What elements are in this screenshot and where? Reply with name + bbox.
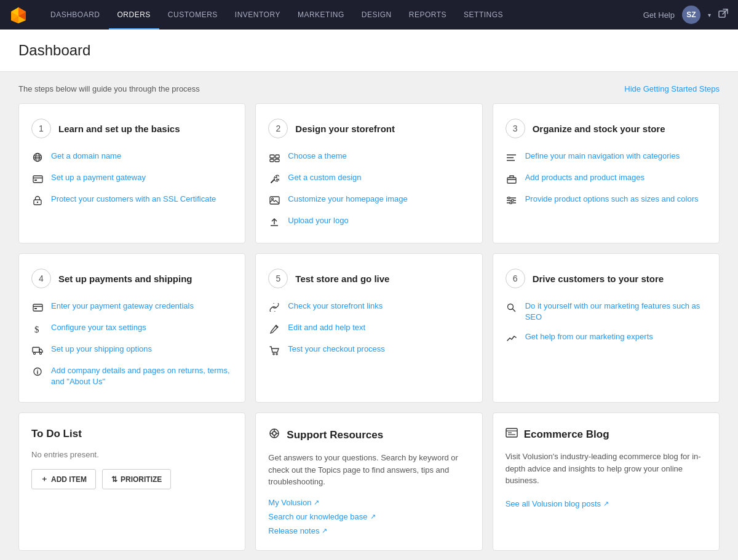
support-card: Support Resources Get answers to your qu… [255, 412, 482, 551]
prioritize-button[interactable]: ⇅ PRIORITIZE [102, 469, 171, 489]
nav-orders[interactable]: ORDERS [109, 0, 159, 30]
step-number-6: 6 [506, 269, 525, 288]
blog-link-text: See all Volusion blog posts [506, 499, 601, 508]
blog-description: Visit Volusion's industry-leading ecomme… [506, 451, 707, 487]
link-upload-logo[interactable]: Upload your logo [288, 215, 348, 226]
link-storefront-links[interactable]: Check your storefront links [288, 301, 383, 312]
list-item: Set up a payment gateway [31, 172, 232, 185]
list-item: Add company details and pages on returns… [31, 365, 232, 387]
link-company-details[interactable]: Add company details and pages on returns… [51, 365, 232, 387]
card-2-title: Design your storefront [295, 124, 395, 134]
steps-description: The steps below will guide you through t… [18, 84, 200, 93]
nav-inventory[interactable]: INVENTORY [226, 0, 289, 30]
card-3-links: Define your main navigation with categor… [506, 151, 707, 207]
get-help-link[interactable]: Get Help [643, 10, 675, 20]
truck-icon [31, 344, 44, 357]
card-4-links: Enter your payment gateway credentials $… [31, 301, 232, 387]
link-checkout-process[interactable]: Test your checkout process [288, 344, 385, 355]
step-number-3: 3 [506, 119, 525, 138]
step-number-2: 2 [268, 119, 288, 138]
list-item: Do it yourself with our marketing featur… [506, 301, 707, 323]
step-number-4: 4 [31, 269, 51, 288]
link-ssl[interactable]: Protect your customers with an SSL Certi… [51, 194, 216, 205]
link-get-domain[interactable]: Get a domain name [51, 151, 121, 162]
wrench-icon [268, 173, 280, 185]
chart-icon [506, 332, 518, 344]
svg-rect-29 [507, 178, 516, 183]
link-custom-design[interactable]: Get a custom design [288, 172, 361, 183]
add-item-button[interactable]: ＋ ADD ITEM [31, 469, 96, 489]
support-title-text: Support Resources [287, 429, 383, 441]
link-gateway-credentials[interactable]: Enter your payment gateway credentials [51, 301, 194, 312]
list-item: Upload your logo [268, 215, 469, 228]
logo[interactable] [10, 6, 27, 23]
svg-point-42 [40, 353, 42, 355]
todo-title: To Do List [31, 428, 232, 440]
svg-point-47 [273, 353, 274, 354]
card-1-title: Learn and set up the basics [58, 124, 180, 134]
link-marketing-experts[interactable]: Get help from our marketing experts [525, 331, 653, 342]
blog-icon [506, 428, 518, 441]
step-card-4: 4 Set up payments and shipping Enter you… [18, 253, 245, 403]
nav-design[interactable]: DESIGN [353, 0, 400, 30]
lock-icon [31, 194, 44, 207]
svg-point-45 [37, 369, 38, 371]
todo-buttons: ＋ ADD ITEM ⇅ PRIORITIZE [31, 469, 232, 489]
card-4-header: 4 Set up payments and shipping [31, 269, 232, 288]
card-6-links: Do it yourself with our marketing featur… [506, 301, 707, 344]
nav-dashboard[interactable]: DASHBOARD [42, 0, 109, 30]
card-6-header: 6 Drive customers to your store [506, 269, 707, 288]
step-card-2: 2 Design your storefront Choose a theme … [255, 103, 482, 243]
link-add-products[interactable]: Add products and product images [525, 172, 645, 183]
link-shipping-options[interactable]: Set up your shipping options [51, 344, 152, 355]
link-navigation[interactable]: Define your main navigation with categor… [525, 151, 680, 162]
release-notes-text: Release notes [268, 526, 319, 535]
blog-card: Ecommerce Blog Visit Volusion's industry… [493, 412, 720, 551]
list-item: $ Configure your tax settings [31, 322, 232, 335]
card-5-title: Test store and go live [295, 274, 389, 284]
link-product-options[interactable]: Provide product options such as sizes an… [525, 194, 699, 205]
svg-rect-20 [275, 159, 279, 162]
external-link-icon[interactable] [718, 9, 728, 21]
step-card-1: 1 Learn and set up the basics Get a doma… [18, 103, 245, 243]
my-volusion-link[interactable]: My Volusion ↗ [268, 498, 469, 507]
svg-point-48 [276, 353, 277, 354]
link-edit-help-text[interactable]: Edit and add help text [288, 322, 365, 333]
knowledge-base-text: Search our knowledge base [268, 512, 367, 521]
avatar[interactable]: SZ [682, 6, 700, 24]
card-1-header: 1 Learn and set up the basics [31, 119, 232, 138]
page-header: Dashboard [0, 30, 738, 72]
list-item: Get a custom design [268, 172, 469, 185]
blog-all-posts-link[interactable]: See all Volusion blog posts ↗ [506, 499, 707, 508]
avatar-chevron-icon[interactable]: ▾ [708, 12, 711, 18]
svg-rect-38 [34, 308, 37, 309]
svg-text:$: $ [34, 325, 39, 334]
step-card-5: 5 Test store and go live Check your stor… [255, 253, 482, 403]
list-item: Test your checkout process [268, 344, 469, 357]
todo-card: To Do List No entries present. ＋ ADD ITE… [18, 412, 245, 551]
link-tax-settings[interactable]: Configure your tax settings [51, 322, 146, 333]
list-item: Define your main navigation with categor… [506, 151, 707, 164]
link-payment-gateway[interactable]: Set up a payment gateway [51, 172, 146, 183]
link-icon [268, 301, 280, 314]
release-notes-link[interactable]: Release notes ↗ [268, 526, 469, 535]
box-icon [506, 173, 518, 185]
nav-settings[interactable]: SETTINGS [455, 0, 512, 30]
link-choose-theme[interactable]: Choose a theme [288, 151, 346, 162]
link-seo-marketing[interactable]: Do it yourself with our marketing featur… [525, 301, 707, 323]
search-icon [506, 301, 518, 314]
plus-icon: ＋ [41, 474, 48, 484]
card-1-links: Get a domain name Set up a payment gatew… [31, 151, 232, 207]
credit-card-2-icon [31, 301, 44, 314]
hide-steps-link[interactable]: Hide Getting Started Steps [624, 84, 720, 93]
link-homepage-image[interactable]: Customize your homepage image [288, 194, 407, 205]
card-5-links: Check your storefront links Edit and add… [268, 301, 469, 357]
knowledge-base-link[interactable]: Search our knowledge base ↗ [268, 512, 469, 521]
nav-reports[interactable]: REPORTS [400, 0, 455, 30]
nav-customers[interactable]: CUSTOMERS [159, 0, 226, 30]
nav-marketing[interactable]: MARKETING [289, 0, 353, 30]
list-item: Edit and add help text [268, 322, 469, 335]
step-cards-grid: 1 Learn and set up the basics Get a doma… [18, 103, 720, 403]
svg-rect-17 [270, 155, 274, 158]
list-item: Choose a theme [268, 151, 469, 164]
